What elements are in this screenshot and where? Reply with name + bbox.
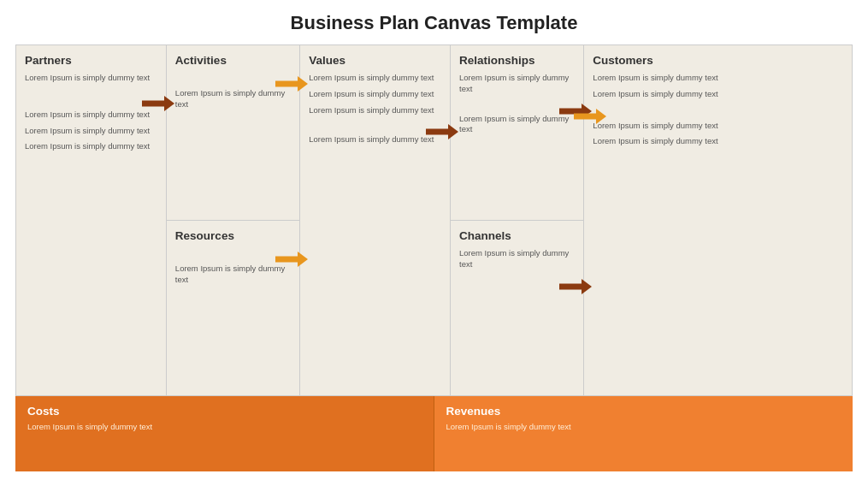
values-text-4: Lorem Ipsum is simply dummy text: [309, 134, 441, 145]
costs-header: Costs: [27, 405, 422, 418]
customers-text-3: Lorem Ipsum is simply dummy text: [593, 121, 843, 132]
relationships-text-1: Lorem Ipsum is simply dummy text: [459, 73, 575, 95]
partners-header: Partners: [25, 54, 157, 67]
canvas-container: Partners Lorem Ipsum is simply dummy tex…: [15, 44, 853, 471]
customers-text-4: Lorem Ipsum is simply dummy text: [593, 136, 843, 147]
customers-arrow: [574, 109, 606, 124]
relationships-text-2: Lorem Ipsum is simply dummy text: [459, 114, 575, 136]
partners-column: Partners Lorem Ipsum is simply dummy tex…: [16, 45, 167, 395]
top-section: Partners Lorem Ipsum is simply dummy tex…: [15, 44, 853, 396]
customers-column: Customers Lorem Ipsum is simply dummy te…: [584, 45, 852, 395]
resources-text-1: Lorem Ipsum is simply dummy text: [175, 264, 291, 286]
values-text-3: Lorem Ipsum is simply dummy text: [309, 105, 441, 116]
channels-text-1: Lorem Ipsum is simply dummy text: [459, 248, 575, 270]
relationships-cell: Relationships Lorem Ipsum is simply dumm…: [451, 45, 583, 221]
customers-text-2: Lorem Ipsum is simply dummy text: [593, 89, 843, 100]
partners-text-3: Lorem Ipsum is simply dummy text: [25, 126, 157, 137]
values-text-2: Lorem Ipsum is simply dummy text: [309, 89, 441, 100]
page: Business Plan Canvas Template Partners L…: [0, 0, 868, 480]
costs-cell: Costs Lorem Ipsum is simply dummy text: [15, 396, 434, 471]
relationships-header: Relationships: [459, 54, 575, 67]
page-title: Business Plan Canvas Template: [15, 12, 853, 34]
partners-text-2: Lorem Ipsum is simply dummy text: [25, 110, 157, 121]
customers-text-1: Lorem Ipsum is simply dummy text: [593, 73, 843, 84]
activities-resources-column: Activities Lorem Ipsum is simply dummy t…: [167, 45, 300, 395]
relationships-channels-column: Relationships Lorem Ipsum is simply dumm…: [451, 45, 584, 395]
bottom-section: Costs Lorem Ipsum is simply dummy text R…: [15, 396, 853, 471]
revenues-cell: Revenues Lorem Ipsum is simply dummy tex…: [434, 396, 853, 471]
values-text-1: Lorem Ipsum is simply dummy text: [309, 73, 441, 84]
customers-header: Customers: [593, 54, 843, 67]
activities-header: Activities: [175, 54, 291, 67]
revenues-text-1: Lorem Ipsum is simply dummy text: [446, 422, 841, 433]
resources-header: Resources: [175, 229, 291, 242]
partners-text-1: Lorem Ipsum is simply dummy text: [25, 73, 157, 84]
costs-text-1: Lorem Ipsum is simply dummy text: [27, 422, 422, 433]
activities-cell: Activities Lorem Ipsum is simply dummy t…: [167, 45, 299, 221]
activities-text-1: Lorem Ipsum is simply dummy text: [175, 88, 291, 110]
channels-header: Channels: [459, 229, 575, 242]
resources-cell: Resources Lorem Ipsum is simply dummy te…: [167, 221, 299, 395]
revenues-header: Revenues: [446, 405, 841, 418]
values-column: Values Lorem Ipsum is simply dummy text …: [300, 45, 451, 395]
channels-cell: Channels Lorem Ipsum is simply dummy tex…: [451, 221, 583, 395]
partners-text-4: Lorem Ipsum is simply dummy text: [25, 141, 157, 152]
values-header: Values: [309, 54, 441, 67]
